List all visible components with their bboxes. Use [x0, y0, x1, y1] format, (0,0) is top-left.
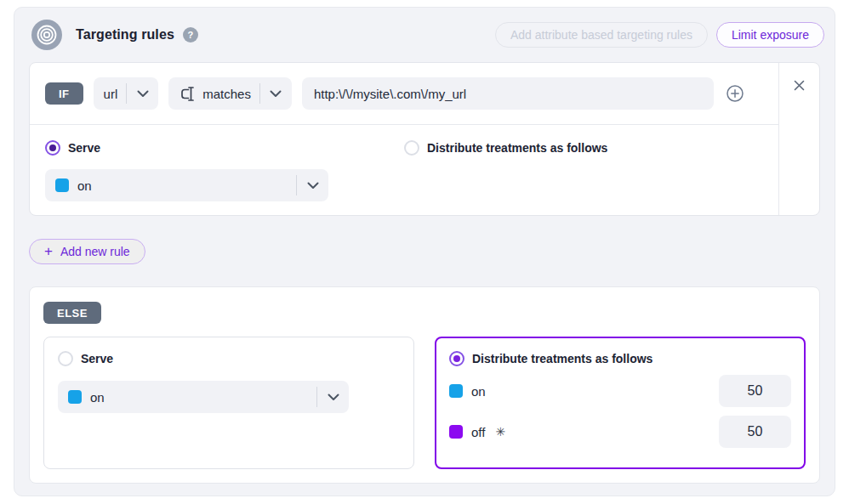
else-distribute-radio-selected[interactable] [449, 351, 464, 366]
target-rings-icon [31, 20, 62, 50]
else-serve-option[interactable]: Serve [58, 351, 400, 366]
else-badge: ELSE [43, 302, 101, 324]
attribute-select[interactable]: url [94, 77, 159, 110]
chevron-down-icon [126, 83, 158, 104]
serve-mode-options: Serve Distribute treatments as follows [45, 140, 763, 156]
else-treatment-select-value: on [90, 390, 105, 405]
treatment-off-swatch [449, 425, 463, 439]
else-distribute-option-label: Distribute treatments as follows [472, 352, 652, 365]
serve-radio-selected[interactable] [45, 140, 60, 156]
distribute-option[interactable]: Distribute treatments as follows [404, 140, 607, 156]
asterisk-icon: ✳ [495, 425, 505, 439]
rule-close-column [778, 63, 819, 215]
serve-option[interactable]: Serve [45, 140, 404, 156]
distribute-option-label: Distribute treatments as follows [427, 141, 607, 155]
treatment-select-value: on [77, 178, 92, 193]
add-new-rule-button[interactable]: + Add new rule [29, 239, 145, 264]
rule-serve-section: Serve Distribute treatments as follows o… [30, 125, 778, 216]
targeting-rules-panel: Targeting rules ? Add attribute based ta… [14, 7, 835, 496]
rule-main: IF url matches [30, 63, 778, 215]
plus-icon: + [44, 244, 53, 258]
chevron-down-icon [316, 387, 349, 407]
else-distribute-option[interactable]: Distribute treatments as follows [449, 351, 791, 366]
else-serve-box[interactable]: Serve on [43, 337, 414, 469]
distribute-radio-unselected[interactable] [404, 140, 419, 156]
add-new-rule-label: Add new rule [60, 245, 130, 258]
treatment-row-off: off ✳ [449, 416, 791, 448]
treatment-on-swatch [68, 390, 82, 404]
matcher-value-input[interactable] [302, 77, 714, 110]
treatment-row-on: on [449, 375, 791, 407]
help-icon[interactable]: ? [183, 27, 198, 42]
else-rule-card: ELSE Serve on [29, 286, 820, 484]
targeting-rule-card: IF url matches [29, 62, 820, 216]
treatment-select[interactable]: on [45, 169, 328, 201]
text-cursor-box-icon [179, 85, 197, 103]
page-title: Targeting rules [76, 27, 174, 42]
plus-circle-icon[interactable] [726, 84, 744, 103]
else-distribute-box[interactable]: Distribute treatments as follows on off … [435, 337, 806, 469]
treatment-name: off [471, 425, 485, 439]
else-serve-option-label: Serve [81, 352, 113, 365]
matcher-select[interactable]: matches [168, 77, 292, 110]
limit-exposure-button[interactable]: Limit exposure [716, 22, 824, 48]
rule-condition-row: IF url matches [30, 63, 778, 125]
add-rule-row: + Add new rule [29, 239, 820, 264]
add-attribute-rules-button[interactable]: Add attribute based targeting rules [495, 22, 708, 48]
chevron-down-icon [259, 83, 292, 104]
treatment-off-percent-input[interactable] [719, 416, 791, 448]
panel-header: Targeting rules ? Add attribute based ta… [14, 8, 835, 62]
else-treatment-select[interactable]: on [58, 381, 349, 413]
if-badge: IF [45, 82, 83, 105]
treatment-on-swatch [449, 384, 463, 398]
treatment-name: on [471, 384, 486, 399]
close-x-icon[interactable] [793, 79, 806, 93]
treatment-on-swatch [55, 178, 69, 192]
chevron-down-icon [296, 175, 328, 195]
serve-option-label: Serve [68, 141, 100, 155]
attribute-select-value: url [104, 87, 127, 101]
else-options-grid: Serve on Distribute treatments as follo [43, 337, 806, 469]
matcher-select-value: matches [202, 87, 259, 101]
treatment-on-percent-input[interactable] [719, 375, 791, 407]
else-serve-radio-unselected[interactable] [58, 351, 73, 366]
